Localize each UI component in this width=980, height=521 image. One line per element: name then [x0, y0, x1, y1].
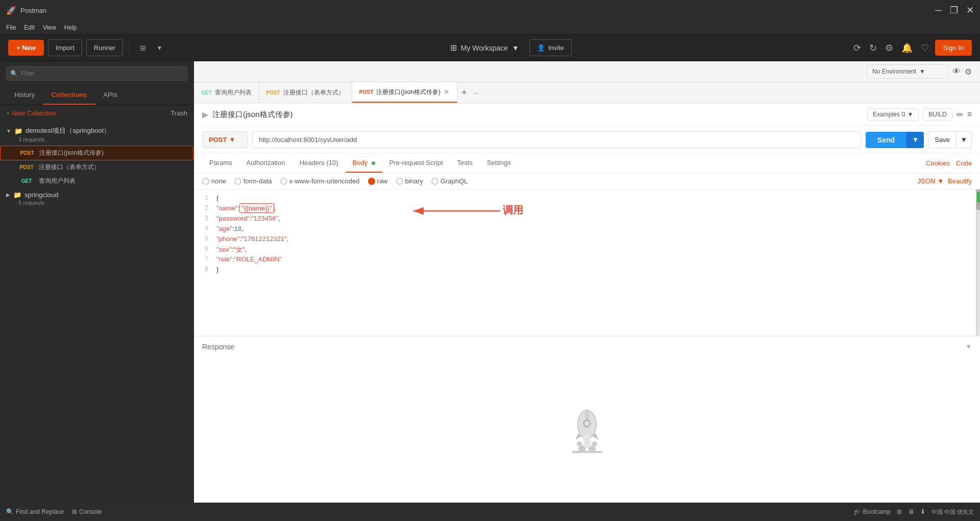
new-button[interactable]: + New — [8, 40, 44, 56]
tab-post-json[interactable]: POST 注册接口(json格式传参) ✕ — [352, 82, 457, 103]
code-link[interactable]: Code — [956, 159, 972, 167]
new-collection-button[interactable]: + New Collection — [6, 109, 56, 117]
save-btn-group: Save ▼ — [928, 131, 972, 148]
find-replace-button[interactable]: 🔍 Find and Replace — [6, 508, 64, 515]
menu-view[interactable]: View — [43, 24, 56, 31]
notification-icon[interactable]: 🔔 — [899, 40, 915, 56]
menu-bar: File Edit View Help — [0, 20, 980, 35]
bootcamp-button[interactable]: 🎓 Bootcamp — [853, 508, 891, 515]
menu-edit[interactable]: Edit — [24, 24, 35, 31]
workspace-selector[interactable]: ⊞ My Workspace ▼ — [444, 39, 525, 57]
body-options: none form-data x-www-form-urlencoded raw… — [194, 173, 980, 190]
radio-binary — [396, 178, 403, 185]
code-line-5: 5 "phone":"17612212321", — [194, 234, 980, 245]
sync-icon[interactable]: ⟳ — [851, 40, 863, 56]
import-button[interactable]: Import — [48, 39, 82, 56]
close-button[interactable]: ✕ — [966, 6, 974, 15]
url-input[interactable] — [252, 131, 862, 148]
layout-button[interactable]: ⊞ — [136, 42, 150, 54]
code-editor-area: 1 { 2 "name":"{{name}}", 3 "password":"1… — [194, 190, 980, 336]
status-text: 中国 中国 优先文 — [932, 508, 974, 516]
layout-dropdown[interactable]: ▼ — [154, 42, 164, 54]
method-label: POST — [209, 136, 227, 144]
settings-icon[interactable]: ⚙ — [883, 40, 895, 56]
req-tab-tests[interactable]: Tests — [450, 154, 480, 173]
tab-apis[interactable]: APIs — [95, 86, 126, 105]
collection-name2: springcloud — [24, 191, 59, 199]
trash-button[interactable]: Trash — [170, 109, 187, 117]
code-editor[interactable]: 1 { 2 "name":"{{name}}", 3 "password":"1… — [194, 190, 980, 279]
env-chevron: ▼ — [919, 68, 925, 75]
send-button[interactable]: Send — [866, 132, 906, 148]
method-select[interactable]: POST ▼ — [202, 131, 248, 148]
download-icon[interactable]: ⬇ — [920, 508, 925, 515]
tab-close-icon[interactable]: ✕ — [444, 88, 450, 96]
monitor-icon[interactable]: 🖥 — [908, 508, 914, 515]
runner-button[interactable]: Runner — [86, 39, 124, 56]
req-tab-settings[interactable]: Settings — [480, 154, 518, 173]
tab-more-button[interactable]: ··· — [471, 89, 481, 97]
menu-file[interactable]: File — [6, 24, 16, 31]
app-icon: 🚀 — [6, 6, 16, 15]
beautify-button[interactable]: Beautify — [948, 177, 972, 185]
invite-icon: 👤 — [537, 44, 545, 52]
collection-demotest[interactable]: ▼ 📁 demotest项目（springboot） 3 requests — [0, 123, 193, 146]
console-icon: ⊞ — [72, 508, 77, 515]
tab-method-get: GET — [201, 90, 212, 96]
body-raw-option[interactable]: raw — [368, 177, 388, 185]
env-dropdown[interactable]: No Environment ▼ — [867, 64, 948, 79]
tab-history[interactable]: History — [6, 86, 43, 105]
heart-icon[interactable]: ♡ — [919, 40, 931, 56]
save-button[interactable]: Save — [928, 131, 957, 148]
req-tab-params[interactable]: Params — [202, 154, 239, 173]
app-title: Postman — [20, 7, 46, 14]
workspace-label: My Workspace — [461, 44, 508, 52]
code-line-1: 1 { — [194, 194, 980, 204]
env-settings-button[interactable]: ⚙ — [965, 67, 972, 77]
tab-get-query[interactable]: GET 查询用户列表 — [194, 82, 259, 103]
cookies-link[interactable]: Cookies — [926, 159, 950, 167]
sidebar: 🔍 History Collections APIs + New Collect… — [0, 61, 194, 503]
menu-help[interactable]: Help — [64, 24, 77, 31]
req-tab-headers[interactable]: Headers (10) — [292, 154, 346, 173]
code-line-2: 2 "name":"{{name}}", — [194, 204, 980, 214]
search-input[interactable] — [6, 66, 187, 81]
tab-label-json: 注册接口(json格式传参) — [376, 88, 440, 97]
save-dropdown[interactable]: ▼ — [957, 131, 972, 148]
console-button[interactable]: ⊞ Console — [72, 508, 102, 515]
collection-springcloud[interactable]: ▶ 📁 springcloud 5 requests — [0, 188, 193, 209]
body-binary-option[interactable]: binary — [396, 177, 423, 185]
body-none-option[interactable]: none — [202, 177, 226, 185]
request-item-json[interactable]: POST 注册接口(json格式传参) — [0, 146, 193, 160]
more-options-icon[interactable]: ≡ — [967, 110, 972, 119]
body-formdata-option[interactable]: form-data — [234, 177, 272, 185]
sign-in-button[interactable]: Sign In — [935, 40, 972, 56]
req-tab-authorization[interactable]: Authorization — [239, 154, 292, 173]
svg-rect-11 — [572, 451, 602, 453]
tab-add-button[interactable]: + — [457, 87, 471, 98]
layout-icon[interactable]: ⊞ — [897, 508, 902, 515]
request-name-get: 查询用户列表 — [39, 177, 76, 185]
build-button[interactable]: BUILD — [923, 108, 952, 121]
examples-button[interactable]: Examples 0 ▼ — [867, 108, 919, 121]
request-item-form[interactable]: POST 注册接口（表单方式） — [0, 160, 193, 174]
body-graphql-option[interactable]: GraphQL — [431, 177, 468, 185]
env-eye-button[interactable]: 👁 — [952, 67, 961, 76]
send-dropdown[interactable]: ▼ — [906, 132, 924, 148]
json-dropdown[interactable]: JSON ▼ — [917, 177, 944, 185]
radio-none — [202, 178, 209, 185]
req-tab-prerequest[interactable]: Pre-request Script — [382, 154, 450, 173]
req-tab-body[interactable]: Body — [346, 154, 382, 173]
tab-collections[interactable]: Collections — [43, 86, 95, 105]
edit-icon[interactable]: ✏ — [957, 110, 963, 120]
invite-button[interactable]: 👤 Invite — [529, 39, 572, 56]
minimize-button[interactable]: ─ — [935, 6, 942, 15]
url-bar: POST ▼ Send ▼ Save ▼ — [194, 126, 980, 154]
body-urlencoded-option[interactable]: x-www-form-urlencoded — [280, 177, 360, 185]
green-marker — [977, 192, 980, 202]
request-item-get[interactable]: GET 查询用户列表 — [0, 174, 193, 188]
tab-post-form[interactable]: POST 注册接口（表单方式） — [259, 82, 352, 103]
refresh-icon[interactable]: ↻ — [867, 40, 879, 56]
search-icon: 🔍 — [10, 70, 18, 77]
maximize-button[interactable]: ❐ — [950, 6, 958, 15]
